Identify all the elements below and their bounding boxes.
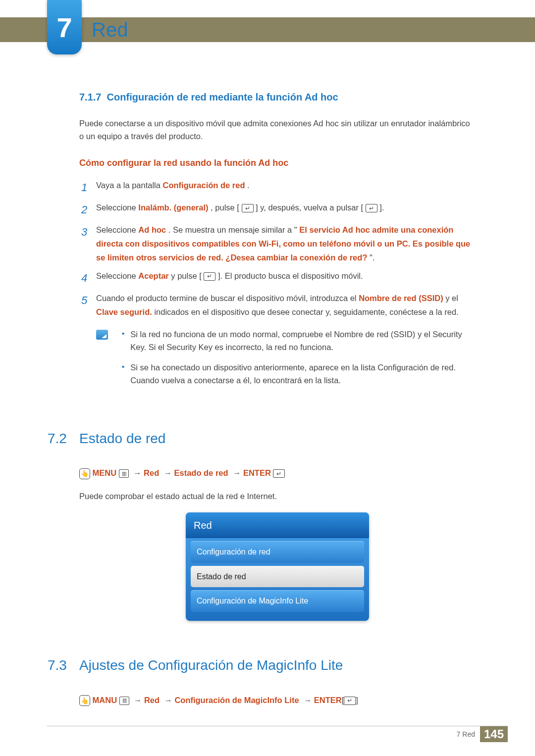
step-list: 1 Vaya a la pantalla Configuración de re… (81, 178, 476, 319)
step-text: y pulse [ (171, 271, 201, 280)
enter-icon: ↵ (366, 204, 377, 212)
path-segment: Estado de red (174, 468, 228, 477)
step-number: 3 (81, 223, 96, 264)
path-segment: Configuración de MagicInfo Lite (174, 696, 299, 705)
subsection-number: 7.1.7 (79, 92, 101, 102)
footer-rule (47, 726, 508, 726)
step-text: ] y, después, vuelva a pulsar [ (256, 203, 363, 212)
note-block: • Si la red no funciona de un modo norma… (96, 328, 476, 394)
osd-menu-header: Red (186, 512, 369, 538)
step-item: 3 Seleccione Ad hoc . Se muestra un mens… (81, 223, 476, 264)
osd-menu-item[interactable]: Configuración de red (191, 541, 364, 563)
bullet-icon: • (122, 361, 124, 387)
enter-icon: ↵ (273, 469, 285, 478)
step-bold: Configuración de red (163, 181, 245, 190)
note-list: • Si la red no funciona de un modo norma… (122, 328, 476, 394)
step-bold: Inalámb. (general) (138, 203, 208, 212)
intro-paragraph: Puede conectarse a un dispositivo móvil … (79, 117, 476, 143)
step-text: ]. El producto busca el dispositivo móvi… (218, 271, 363, 280)
step-text: y el (445, 294, 458, 302)
menu-icon: ▥ (119, 697, 129, 705)
step-text: indicados en el dispositivo que desee co… (154, 307, 458, 316)
navigation-path: 👆 MENU ▥ → Red → Estado de red → ENTER ↵ (79, 466, 476, 479)
path-segment: MENU (93, 468, 117, 477)
page-footer: 7 Red 145 (457, 726, 508, 742)
step-item: 1 Vaya a la pantalla Configuración de re… (81, 178, 476, 197)
remote-icon: 👆 (79, 695, 90, 706)
step-number: 5 (81, 291, 96, 319)
step-number: 4 (81, 269, 96, 287)
step-bold: Clave segurid. (96, 307, 152, 316)
path-segment: ENTER (243, 468, 271, 477)
enter-icon: ↵ (204, 272, 215, 281)
chapter-number-badge: 7 (47, 0, 82, 54)
section-heading: 7.2 Estado de red (79, 428, 476, 450)
step-item: 4 Seleccione Aceptar y pulse [ ↵ ]. El p… (81, 269, 476, 287)
step-bold: Ad hoc (138, 225, 166, 234)
footer-label: 7 Red (457, 730, 475, 738)
enter-icon: ↵ (344, 697, 356, 705)
section-number: 7.3 (48, 655, 79, 677)
section-description: Puede comprobar el estado actual de la r… (79, 490, 476, 503)
footer-page-number: 145 (480, 726, 508, 742)
step-item: 5 Cuando el producto termine de buscar e… (81, 291, 476, 319)
step-bold: Aceptar (138, 271, 168, 280)
step-text: . Se muestra un mensaje similar a " (168, 225, 297, 234)
step-text: . (247, 181, 250, 190)
remote-icon: 👆 (79, 468, 90, 479)
path-segment: Red (144, 696, 160, 705)
section-heading: 7.3 Ajustes de Configuración de MagicInf… (79, 655, 476, 677)
note-text: Si la red no funciona de un modo normal,… (130, 328, 476, 354)
step-text: ". (370, 253, 374, 262)
procedure-heading: Cómo configurar la red usando la función… (79, 156, 476, 170)
menu-icon: ▥ (119, 469, 129, 478)
path-segment: Red (144, 468, 159, 477)
path-segment: MANU (93, 696, 117, 705)
step-text: Cuando el producto termine de buscar el … (96, 294, 359, 302)
step-text: Vaya a la pantalla (96, 181, 163, 190)
note-text: Si se ha conectado un dispositivo anteri… (130, 361, 476, 387)
step-text: ]. (379, 203, 384, 212)
step-text: Seleccione (96, 203, 138, 212)
osd-menu-item[interactable]: Configuración de MagicInfo Lite (191, 590, 364, 612)
path-segment: ENTER (314, 696, 342, 705)
navigation-path: 👆 MANU ▥ → Red → Configuración de MagicI… (79, 694, 476, 706)
step-item: 2 Seleccione Inalámb. (general) , pulse … (81, 201, 476, 219)
subsection-heading: 7.1.7 Configuración de red mediante la f… (79, 89, 476, 105)
page-content: 7.1.7 Configuración de red mediante la f… (79, 89, 476, 716)
note-item: • Si se ha conectado un dispositivo ante… (122, 361, 476, 387)
note-icon (96, 330, 108, 340)
step-text: , pulse [ (211, 203, 239, 212)
bullet-icon: • (122, 328, 124, 354)
osd-menu: Red Configuración de red Estado de red C… (186, 512, 369, 621)
step-text: Seleccione (96, 225, 138, 234)
note-item: • Si la red no funciona de un modo norma… (122, 328, 476, 354)
enter-icon: ↵ (242, 204, 254, 212)
step-number: 2 (81, 201, 96, 219)
step-text: Seleccione (96, 271, 138, 280)
section-title: Ajustes de Configuración de MagicInfo Li… (79, 655, 343, 677)
osd-menu-item-selected[interactable]: Estado de red (191, 566, 364, 588)
subsection-title: Configuración de red mediante la función… (107, 92, 338, 102)
step-number: 1 (81, 178, 96, 197)
section-number: 7.2 (48, 428, 79, 450)
section-title: Estado de red (79, 428, 165, 450)
step-bold: Nombre de red (SSID) (359, 294, 443, 302)
chapter-title: Red (92, 19, 128, 41)
